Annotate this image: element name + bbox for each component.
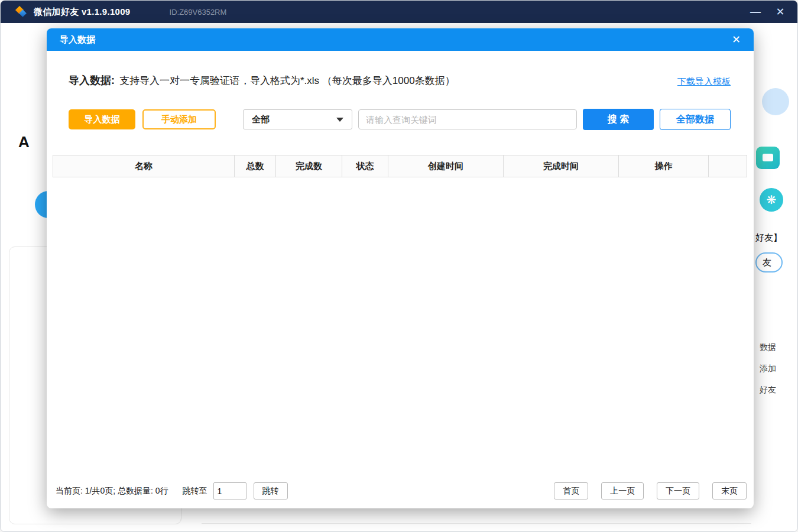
pagination-bar: 当前页: 1/共0页; 总数据量: 0行 跳转至 跳转 首页 上一页 下一页 末… <box>53 482 747 499</box>
jump-to-label: 跳转至 <box>183 486 207 497</box>
column-header-name: 名称 <box>53 155 235 177</box>
prev-page-button[interactable]: 上一页 <box>601 482 644 499</box>
pagination-right: 首页 上一页 下一页 末页 <box>543 482 747 499</box>
background-friend-text-fragment: 好友】 <box>755 232 782 244</box>
close-icon[interactable]: ✕ <box>773 1 788 22</box>
dialog-title: 导入数据 <box>60 34 95 46</box>
search-input[interactable] <box>358 109 577 129</box>
dialog-header: 导入数据 ✕ <box>47 28 754 51</box>
titlebar-controls: — ✕ <box>748 1 797 22</box>
chat-bubble-glyph <box>763 154 773 161</box>
search-button[interactable]: 搜 索 <box>583 109 654 130</box>
column-header-total: 总数 <box>235 155 276 177</box>
data-table: 名称 总数 完成数 状态 创建时间 完成时间 操作 <box>53 155 747 478</box>
manual-add-button[interactable]: 手动添加 <box>142 109 216 129</box>
pagination-left: 当前页: 1/共0页; 总数据量: 0行 跳转至 跳转 <box>56 482 288 499</box>
download-template-link[interactable]: 下载导入模板 <box>677 76 731 87</box>
import-data-button[interactable]: 导入数据 <box>69 109 135 129</box>
import-instructions: 导入数据:支持导入一对一专属验证语，导入格式为*.xls （每次最多导入1000… <box>69 73 455 87</box>
filter-dropdown-value: 全部 <box>252 114 270 125</box>
background-label-fragment: 好友 <box>760 385 776 395</box>
table-empty-body <box>53 177 747 478</box>
app-logo-icon <box>16 7 27 17</box>
background-label-fragment: 数据 <box>760 342 776 353</box>
page-info: 当前页: 1/共0页; 总数据量: 0行 <box>56 486 168 497</box>
app-id: ID:Z69V6352RM <box>170 8 227 17</box>
import-instructions-label: 导入数据: <box>69 74 115 86</box>
all-data-button[interactable]: 全部数据 <box>660 109 731 130</box>
first-page-button[interactable]: 首页 <box>554 482 588 499</box>
chat-icon[interactable] <box>756 147 780 169</box>
table-header-row: 名称 总数 完成数 状态 创建时间 完成时间 操作 <box>53 155 747 177</box>
next-page-button[interactable]: 下一页 <box>657 482 699 499</box>
background-divider <box>202 523 751 524</box>
column-header-status: 状态 <box>342 155 388 177</box>
import-data-dialog: 导入数据 ✕ 导入数据:支持导入一对一专属验证语，导入格式为*.xls （每次最… <box>47 28 754 508</box>
titlebar: 微信加好友 v1.1.9.1009 ID:Z69V6352RM — ✕ <box>1 1 797 23</box>
toolbar: 导入数据 手动添加 全部 搜 索 全部数据 <box>69 109 731 130</box>
column-header-actions: 操作 <box>619 155 709 177</box>
dialog-close-icon[interactable]: ✕ <box>732 28 741 51</box>
background-light-circle-icon <box>762 88 789 115</box>
filter-dropdown[interactable]: 全部 <box>243 109 352 129</box>
background-letter-fragment: A <box>18 133 30 151</box>
column-header-extra <box>709 155 747 177</box>
minimize-icon[interactable]: — <box>748 1 763 22</box>
app-title: 微信加好友 v1.1.9.1009 <box>34 7 131 18</box>
jump-page-input[interactable] <box>213 482 246 499</box>
column-header-completed: 完成数 <box>276 155 342 177</box>
chevron-down-icon <box>336 118 343 122</box>
import-instructions-text: 支持导入一对一专属验证语，导入格式为*.xls （每次最多导入1000条数据） <box>119 75 455 86</box>
gear-icon[interactable]: ❋ <box>760 188 783 212</box>
column-header-created-time: 创建时间 <box>388 155 504 177</box>
app-window: 微信加好友 v1.1.9.1009 ID:Z69V6352RM — ✕ A ❋ … <box>0 0 798 532</box>
background-pill-button[interactable]: 友 <box>755 252 783 273</box>
column-header-completed-time: 完成时间 <box>504 155 619 177</box>
jump-button[interactable]: 跳转 <box>254 482 288 499</box>
info-row: 导入数据:支持导入一对一专属验证语，导入格式为*.xls （每次最多导入1000… <box>69 73 731 87</box>
last-page-button[interactable]: 末页 <box>712 482 747 499</box>
background-label-fragment: 添加 <box>760 364 776 374</box>
